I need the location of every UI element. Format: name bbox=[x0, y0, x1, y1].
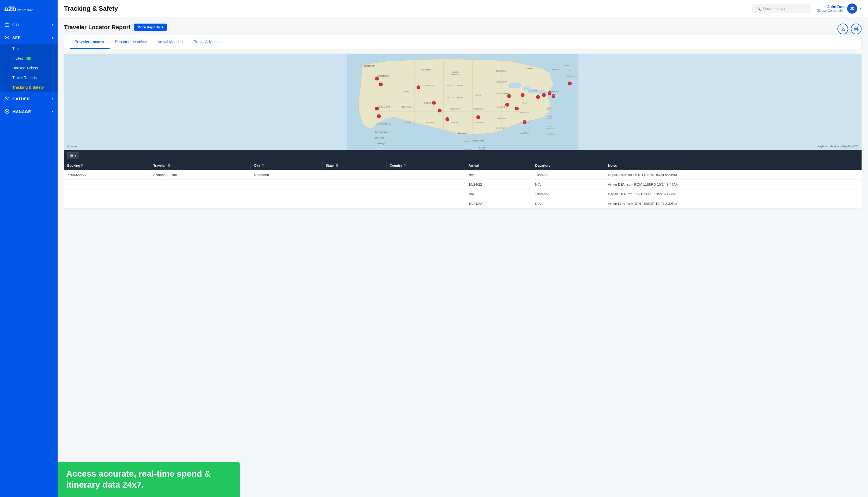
col-booking[interactable]: Booking # bbox=[64, 161, 150, 170]
sidebar-item-tracking-safety[interactable]: Tracking & Safety bbox=[0, 83, 58, 92]
svg-text:Montreal: Montreal bbox=[552, 68, 559, 70]
cell-departure: N/A bbox=[532, 199, 604, 209]
svg-text:MINNESOTA: MINNESOTA bbox=[496, 81, 507, 83]
col-state[interactable]: State ⇅ bbox=[323, 161, 387, 170]
cell-city: Redmond bbox=[251, 170, 323, 180]
cell-state bbox=[323, 189, 387, 199]
user-name: John Doe bbox=[816, 4, 844, 9]
col-notes[interactable]: Notes bbox=[604, 161, 861, 170]
col-country[interactable]: Country ⇅ bbox=[386, 161, 465, 170]
search-icon: 🔍 bbox=[756, 6, 761, 11]
map-credit: Keyboard shortcuts Map data ©20 bbox=[817, 145, 858, 148]
svg-text:MAINE: MAINE bbox=[564, 65, 570, 67]
briefcase-icon bbox=[4, 22, 10, 27]
svg-point-10 bbox=[536, 90, 547, 94]
eye-icon bbox=[4, 35, 10, 40]
cell-city bbox=[251, 180, 323, 189]
svg-text:San Francisco: San Francisco bbox=[375, 131, 387, 133]
tab-departure-manifest[interactable]: Departure Manifest bbox=[110, 36, 152, 49]
cell-city bbox=[251, 189, 323, 199]
sidebar-item-trips[interactable]: Trips bbox=[0, 44, 58, 54]
svg-text:NORTH: NORTH bbox=[547, 116, 552, 118]
col-arrival[interactable]: Arrival bbox=[465, 161, 532, 170]
google-label: Google bbox=[67, 145, 76, 148]
nav-section: GO ▾ SEE ▴ Trips Invites 1 Unused Tic bbox=[0, 18, 58, 118]
print-button[interactable] bbox=[851, 24, 862, 34]
svg-text:NORTH: NORTH bbox=[452, 71, 458, 73]
table-view-button[interactable]: ▦ ▾ bbox=[67, 152, 79, 159]
svg-text:PE: PE bbox=[574, 71, 577, 73]
cell-state bbox=[323, 170, 387, 180]
cell-arrival: N/A bbox=[465, 189, 532, 199]
cell-arrival: N/A bbox=[465, 170, 532, 180]
nav-manage-label: MANAGE bbox=[12, 109, 31, 114]
see-subitems: Trips Invites 1 Unused Tickets Travel Re… bbox=[0, 44, 58, 92]
user-dropdown-arrow[interactable]: ▾ bbox=[860, 7, 862, 11]
cell-arrival: 10/24/22 bbox=[465, 180, 532, 189]
svg-text:KENTUCKY: KENTUCKY bbox=[520, 112, 529, 114]
table-row: 10/24/22 N/A Arrive DEN from RDM 1188RD … bbox=[64, 180, 862, 189]
grid-icon: ▦ bbox=[70, 154, 73, 158]
sidebar-item-travel-reports[interactable]: Travel Reports bbox=[0, 73, 58, 83]
avatar: JD bbox=[847, 3, 857, 14]
svg-rect-0 bbox=[5, 24, 9, 27]
svg-text:ALABAMA: ALABAMA bbox=[521, 132, 529, 134]
chevron-down-manage-icon: ▾ bbox=[52, 110, 54, 113]
download-button[interactable] bbox=[838, 24, 848, 34]
table-container: ▦ ▾ Booking # Traveler ⇅ C bbox=[64, 150, 862, 209]
svg-text:NORTH DAKOTA: NORTH DAKOTA bbox=[447, 84, 464, 87]
svg-text:New York: New York bbox=[551, 90, 560, 93]
svg-text:MISSISSIPPI: MISSISSIPPI bbox=[496, 127, 507, 129]
user-section: John Doe Globex Corporation JD ▾ bbox=[816, 3, 862, 14]
cell-notes: Depart DEN for LGA 1586DE 10/24 9:47AM bbox=[604, 189, 861, 199]
cell-booking: 7709322227 bbox=[64, 170, 150, 180]
svg-text:Las Vegas: Las Vegas bbox=[458, 132, 468, 134]
svg-text:OHIO: OHIO bbox=[523, 102, 527, 104]
table-row: N/A 10/24/22 Depart DEN for LGA 1586DE 1… bbox=[64, 189, 862, 199]
svg-text:IDAHO: IDAHO bbox=[403, 90, 410, 93]
tab-traveler-locator[interactable]: Traveler Locator bbox=[70, 36, 110, 49]
search-box[interactable]: 🔍 Quick search bbox=[752, 4, 811, 13]
report-title: Traveler Locator Report bbox=[64, 24, 130, 31]
user-company: Globex Corporation bbox=[816, 9, 844, 13]
sort-country-icon: ⇅ bbox=[404, 164, 407, 168]
table-toolbar: ▦ ▾ bbox=[64, 150, 862, 161]
cell-traveler bbox=[150, 199, 251, 209]
svg-text:SOUTH DAKOTA: SOUTH DAKOTA bbox=[447, 96, 464, 99]
sidebar: a2b by AmTrav GO ▾ SEE ▴ bbox=[0, 0, 58, 497]
cell-booking bbox=[64, 180, 150, 189]
dropdown-icon: ▾ bbox=[74, 154, 76, 158]
nav-group-gather[interactable]: GATHER ▾ bbox=[0, 92, 58, 105]
svg-point-7 bbox=[508, 83, 522, 88]
data-table: Booking # Traveler ⇅ City ⇅ State ⇅ bbox=[64, 161, 862, 209]
cell-departure: N/A bbox=[532, 180, 604, 189]
chevron-down-icon: ▾ bbox=[52, 23, 54, 27]
nav-group-go[interactable]: GO ▾ bbox=[0, 18, 58, 31]
svg-text:OKLAHOMA: OKLAHOMA bbox=[473, 121, 484, 124]
svg-text:MONTANA: MONTANA bbox=[422, 69, 431, 71]
sidebar-item-unused-tickets[interactable]: Unused Tickets bbox=[0, 63, 58, 73]
gear-icon bbox=[4, 109, 10, 114]
cell-traveler bbox=[150, 189, 251, 199]
col-traveler[interactable]: Traveler ⇅ bbox=[150, 161, 251, 170]
tab-travel-advisories[interactable]: Travel Advisories bbox=[189, 36, 228, 49]
cell-traveler: Alvarez, Lucian bbox=[150, 170, 251, 180]
header: Tracking & Safety 🔍 Quick search John Do… bbox=[58, 0, 868, 17]
banner-text: Access accurate, real-time spend & itine… bbox=[66, 469, 211, 490]
sidebar-item-invites[interactable]: Invites 1 bbox=[0, 54, 58, 63]
svg-text:NEBRASKA: NEBRASKA bbox=[450, 108, 460, 110]
svg-text:CALIFORNIA: CALIFORNIA bbox=[377, 123, 390, 125]
more-reports-button[interactable]: More Reports ▾ bbox=[134, 24, 167, 31]
col-city[interactable]: City ⇅ bbox=[251, 161, 323, 170]
svg-text:ILLINOIS: ILLINOIS bbox=[498, 106, 506, 108]
svg-text:Houston: Houston bbox=[479, 146, 486, 149]
svg-text:WYOMING: WYOMING bbox=[425, 84, 435, 87]
svg-text:NB: NB bbox=[569, 69, 571, 71]
nav-group-manage[interactable]: MANAGE ▾ bbox=[0, 105, 58, 118]
col-departure[interactable]: Departure bbox=[532, 161, 604, 170]
tab-arrival-manifest[interactable]: Arrival Manifest bbox=[152, 36, 189, 49]
cell-state bbox=[323, 199, 387, 209]
logo: a2b by AmTrav bbox=[0, 0, 58, 18]
nav-group-see[interactable]: SEE ▴ bbox=[0, 31, 58, 44]
cell-arrival: 10/24/22 bbox=[465, 199, 532, 209]
